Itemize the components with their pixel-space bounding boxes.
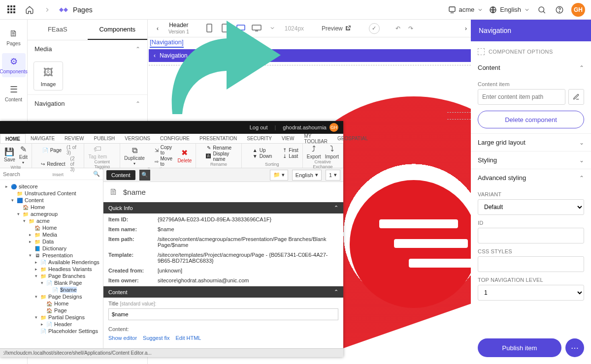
user-avatar[interactable]: GH — [571, 3, 585, 17]
ce-content-tab[interactable]: Content — [106, 170, 135, 180]
acc-content[interactable]: Content ⌃ — [471, 59, 591, 76]
language-selector[interactable]: English — [489, 6, 530, 14]
ribbon-tab-home[interactable]: HOME — [0, 134, 26, 143]
thumb-image[interactable]: 🖼 Image — [33, 61, 63, 91]
delete-component-button[interactable]: Delete component — [478, 111, 584, 128]
tab-feaas[interactable]: FEaaS — [28, 20, 88, 40]
ce-version-drop[interactable]: 1 ▾ — [326, 170, 340, 181]
tree-node[interactable]: ▾🖥Presentation — [2, 252, 103, 259]
ce-folder-drop[interactable]: 📁 ▾ — [270, 170, 288, 181]
tree-node[interactable]: ▾📁Page Branches — [2, 273, 103, 279]
tree-node[interactable]: ▾📁Partial Designs — [2, 314, 103, 321]
top-nav-level-select[interactable]: 1 — [478, 285, 584, 301]
tab-components[interactable]: Components — [88, 20, 148, 40]
ribbon-tab-publish[interactable]: PUBLISH — [89, 134, 120, 143]
ribbon-tab-configure[interactable]: CONFIGURE — [155, 134, 195, 143]
site-selector[interactable]: acme — [448, 6, 484, 14]
copy-to-button[interactable]: ⇲ Copy to — [149, 145, 173, 155]
id-input[interactable] — [478, 228, 584, 243]
sort-down[interactable]: ▼ Down — [246, 153, 272, 159]
rail-item-content[interactable]: ☰ Content — [2, 81, 26, 105]
tree-node[interactable]: ▸📄Header — [2, 321, 103, 328]
ce-title-input[interactable] — [108, 308, 338, 320]
duplicate-button[interactable]: ⧉Duplicate▾ — [124, 146, 145, 166]
tree-node[interactable]: ▾📁acmegroup — [2, 211, 103, 217]
ribbon-tab-my-toolbar[interactable]: MY TOOLBAR — [299, 134, 332, 143]
app-launcher-icon[interactable] — [6, 4, 18, 16]
import-button[interactable]: ⤵Import — [325, 145, 339, 159]
undo-icon[interactable]: ↶ — [395, 25, 400, 32]
rail-item-pages[interactable]: 🗎 Pages — [2, 26, 26, 49]
tree-node[interactable]: ▾📄Blank Page — [2, 279, 103, 286]
css-styles-input[interactable] — [478, 256, 584, 272]
ribbon-tab-geospatial[interactable]: GEOSPATIAL — [332, 134, 373, 143]
search-icon[interactable]: 🔍 — [93, 171, 100, 177]
tree-node[interactable]: ▸📁Data — [2, 238, 103, 245]
tree-node[interactable]: 📁Unstructured Content — [2, 190, 103, 197]
sort-up[interactable]: ▲ Up — [246, 148, 272, 153]
tree-node[interactable]: ▸📁Headless Variants — [2, 266, 103, 273]
tree-node[interactable]: 📄$name — [2, 286, 103, 293]
variant-select[interactable]: Default — [478, 199, 584, 215]
edit-button[interactable]: ✎Edit▾ — [19, 145, 28, 165]
home-icon[interactable] — [24, 4, 35, 16]
tree-node[interactable]: ▸📄Available Renderings — [2, 259, 103, 266]
ribbon-tab-security[interactable]: SECURITY — [242, 134, 277, 143]
ribbon-tab-review[interactable]: REVIEW — [60, 134, 89, 143]
ribbon-tab-navigate[interactable]: NAVIGATE — [26, 134, 60, 143]
section-head-media[interactable]: Media ⌃ — [28, 40, 147, 58]
acc-styling[interactable]: Styling ⌄ — [471, 151, 591, 169]
ribbon-tab-view[interactable]: VIEW — [277, 134, 299, 143]
ce-quick-info-head[interactable]: Quick Info ⌃ — [103, 202, 343, 213]
acc-large-grid[interactable]: Large grid layout ⌄ — [471, 133, 591, 151]
save-button[interactable]: 💾Save — [4, 147, 15, 162]
tag-item-button[interactable]: 🏷Tag item — [88, 145, 107, 159]
delete-button[interactable]: ✖Delete — [177, 148, 192, 163]
preview-button[interactable]: Preview — [322, 25, 351, 32]
acc-advanced-styling[interactable]: Advanced styling ⌃ — [471, 169, 591, 186]
nav-next-icon[interactable]: › — [465, 25, 467, 32]
ce-tree[interactable]: ▸🔵sitecore📁Unstructured Content▾🟦Content… — [0, 180, 103, 348]
move-to-button[interactable]: ⇨ Move to — [149, 156, 173, 167]
ribbon-tab-versions[interactable]: VERSIONS — [120, 134, 155, 143]
right-panel-title: Navigation — [471, 20, 591, 41]
tree-node[interactable]: ▾📁Page Designs — [2, 293, 103, 300]
content-item-input[interactable] — [478, 89, 565, 105]
redo-icon[interactable]: ↷ — [408, 25, 413, 32]
tree-node[interactable]: 🏠Page — [2, 307, 103, 314]
tree-node[interactable]: 📄Placeholder Settings — [2, 328, 103, 334]
qi-value: $name — [158, 226, 338, 232]
pick-content-item-button[interactable] — [568, 89, 584, 105]
tree-node[interactable]: ▸🔵sitecore — [2, 183, 103, 190]
sort-last[interactable]: ⤓ Last — [276, 153, 298, 159]
publish-more-button[interactable]: ⋯ — [565, 338, 584, 357]
section-head-navigation[interactable]: Navigation ⌃ — [28, 94, 147, 112]
publish-button[interactable]: Publish item — [478, 338, 561, 357]
rename-button[interactable]: ✎ Rename — [200, 145, 237, 151]
ce-search-input[interactable] — [3, 171, 90, 177]
insert-page[interactable]: 📄 Page(1 of 3) — [36, 145, 80, 155]
tree-node[interactable]: ▸📁Media — [2, 231, 103, 238]
ce-search-tab[interactable]: 🔍 — [139, 170, 150, 181]
ribbon-tab-presentation[interactable]: PRESENTATION — [195, 134, 242, 143]
tree-node[interactable]: ▾🟦Content — [2, 197, 103, 204]
tree-node[interactable]: 🏠Home — [2, 300, 103, 307]
logout-link[interactable]: Log out — [250, 124, 268, 130]
tree-node[interactable]: 📘Dictionary — [2, 245, 103, 252]
check-status-icon[interactable]: ✓ — [369, 23, 380, 34]
rail-item-components[interactable]: ⚙ Components — [2, 53, 26, 77]
tree-node[interactable]: 🏠Home — [2, 224, 103, 231]
suggest-fix-link[interactable]: Suggest fix — [143, 335, 169, 341]
edit-html-link[interactable]: Edit HTML — [176, 335, 201, 341]
sort-first[interactable]: ⤒ First — [276, 148, 298, 153]
search-icon[interactable] — [536, 4, 548, 16]
help-icon[interactable] — [554, 4, 565, 16]
ce-lang-drop[interactable]: English ▾ — [292, 170, 322, 181]
ce-content-head[interactable]: Content ⌃ — [103, 286, 343, 298]
show-editor-link[interactable]: Show editor — [108, 335, 137, 341]
ce-user[interactable]: ghodrat.ashournia GH — [283, 123, 338, 132]
tree-node[interactable]: ▾📁acme — [2, 217, 103, 224]
tree-node[interactable]: 🏠Home — [2, 204, 103, 211]
export-button[interactable]: ⤴Export — [307, 145, 321, 159]
display-name-button[interactable]: 🅰 Display name — [200, 151, 237, 162]
